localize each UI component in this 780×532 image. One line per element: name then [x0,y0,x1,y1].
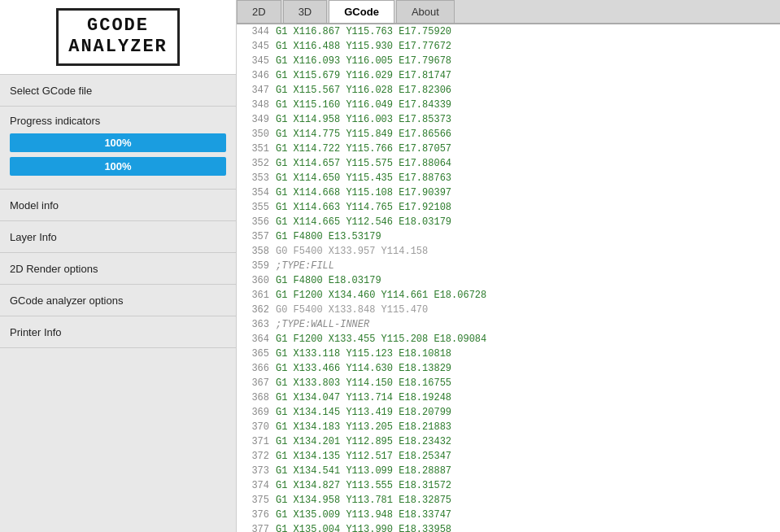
model-info-label: Model info [10,199,59,211]
line-number: 369 [240,405,269,420]
line-number: 346 [240,68,269,83]
line-number: 348 [240,98,269,112]
line-text: G1 X134.958 Y113.781 E18.32875 [276,493,451,508]
line-number: 371 [240,434,269,449]
gcode-line: 351G1 X114.722 Y115.766 E17.87057 [237,142,780,156]
sidebar-item-progress: Progress indicators 100% 100% [0,107,236,190]
sidebar-item-model-info[interactable]: Model info [0,190,236,221]
line-number: 353 [240,171,269,185]
line-text: G1 X116.093 Y116.005 E17.79678 [276,54,451,68]
line-number: 345 [240,39,269,54]
logo-line2: ANALYZER [68,37,168,58]
line-number: 350 [240,127,269,142]
line-number: 347 [240,83,269,98]
line-text: G1 X115.160 Y116.049 E17.84339 [276,98,451,112]
line-number: 351 [240,142,269,156]
gcode-line: 356G1 X114.665 Y112.546 E18.03179 [237,215,780,229]
line-number: 364 [240,332,269,347]
line-text: G1 X133.466 Y114.630 E18.13829 [276,361,451,376]
gcode-line: 365G1 X133.118 Y115.123 E18.10818 [237,347,780,361]
gcode-line: 376G1 X135.009 Y113.948 E18.33747 [237,508,780,522]
gcode-line: 355G1 X114.663 Y114.765 E17.92108 [237,200,780,215]
gcode-line: 350G1 X114.775 Y115.849 E17.86566 [237,127,780,142]
analyzer-options-label: GCode analyzer options [10,294,123,307]
sidebar-item-analyzer-options[interactable]: GCode analyzer options [0,285,236,316]
line-text: G1 X115.679 Y116.029 E17.81747 [276,68,451,83]
line-text: G1 X114.650 Y115.435 E17.88763 [276,171,451,185]
gcode-line: 372G1 X134.135 Y112.517 E18.25347 [237,449,780,464]
logo: GCODE ANALYZER [56,8,180,66]
gcode-line: 361G1 F1200 X134.460 Y114.661 E18.06728 [237,288,780,303]
line-text: G1 X135.004 Y113.990 E18.33958 [276,522,451,532]
line-text: G1 F1200 X134.460 Y114.661 E18.06728 [276,288,486,303]
line-text: G1 X134.145 Y113.419 E18.20799 [276,405,451,420]
line-number: 372 [240,449,269,464]
line-text: G1 F4800 E18.03179 [276,273,381,288]
gcode-line: 357G1 F4800 E13.53179 [237,229,780,244]
gcode-line: 358G0 F5400 X133.957 Y114.158 [237,244,780,259]
line-text: G1 X116.867 Y115.763 E17.75920 [276,24,451,39]
gcode-line: 360G1 F4800 E18.03179 [237,273,780,288]
sidebar: GCODE ANALYZER Select GCode file Progres… [0,0,237,532]
gcode-line: 352G1 X114.657 Y115.575 E17.88064 [237,156,780,171]
gcode-content[interactable]: 344G1 X116.867 Y115.763 E17.75920345G1 X… [237,24,780,532]
line-text: G0 F5400 X133.957 Y114.158 [276,244,428,259]
line-number: 345 [240,54,269,68]
gcode-line: 374G1 X134.827 Y113.555 E18.31572 [237,478,780,493]
line-number: 344 [240,24,269,39]
gcode-line: 368G1 X134.047 Y113.714 E18.19248 [237,390,780,405]
line-number: 354 [240,185,269,200]
line-text: ;TYPE:WALL-INNER [276,317,369,332]
line-number: 362 [240,303,269,317]
sidebar-item-layer-info[interactable]: Layer Info [0,221,236,253]
printer-info-label: Printer Info [10,326,62,338]
line-text: G0 F5400 X133.848 Y115.470 [276,303,428,317]
line-text: G1 X116.488 Y115.930 E17.77672 [276,39,451,54]
tab-2d[interactable]: 2D [237,0,281,23]
sidebar-item-printer-info[interactable]: Printer Info [0,316,236,348]
line-number: 370 [240,420,269,434]
line-number: 375 [240,493,269,508]
line-text: G1 X133.803 Y114.150 E18.16755 [276,376,451,390]
line-number: 360 [240,273,269,288]
progress-bar-1: 100% [10,133,226,152]
gcode-line: 370G1 X134.183 Y113.205 E18.21883 [237,420,780,434]
line-text: G1 X114.958 Y116.003 E17.85373 [276,112,451,127]
tab-about[interactable]: About [396,0,455,23]
render-options-label: 2D Render options [10,263,98,275]
layer-info-label: Layer Info [10,231,57,243]
line-number: 361 [240,288,269,303]
line-text: G1 X134.135 Y112.517 E18.25347 [276,449,451,464]
gcode-line: 375G1 X134.958 Y113.781 E18.32875 [237,493,780,508]
gcode-line: 345G1 X116.093 Y116.005 E17.79678 [237,54,780,68]
gcode-line: 348G1 X115.160 Y116.049 E17.84339 [237,98,780,112]
line-text: G1 X134.047 Y113.714 E18.19248 [276,390,451,405]
line-text: G1 X134.541 Y113.099 E18.28887 [276,464,451,478]
line-number: 373 [240,464,269,478]
gcode-line: 363;TYPE:WALL-INNER [237,317,780,332]
line-text: G1 X134.201 Y112.895 E18.23432 [276,434,451,449]
line-text: G1 X114.722 Y115.766 E17.87057 [276,142,451,156]
tab-3d[interactable]: 3D [283,0,328,23]
gcode-line: 359;TYPE:FILL [237,259,780,273]
gcode-line: 346G1 X115.679 Y116.029 E17.81747 [237,68,780,83]
gcode-line: 344G1 X116.867 Y115.763 E17.75920 [237,24,780,39]
sidebar-item-render-options[interactable]: 2D Render options [0,253,236,285]
gcode-line: 345G1 X116.488 Y115.930 E17.77672 [237,39,780,54]
select-file-label: Select GCode file [10,85,92,97]
line-text: G1 X114.775 Y115.849 E17.86566 [276,127,451,142]
line-number: 357 [240,229,269,244]
gcode-line: 371G1 X134.201 Y112.895 E18.23432 [237,434,780,449]
line-number: 374 [240,478,269,493]
gcode-line: 354G1 X114.668 Y115.108 E17.90397 [237,185,780,200]
tab-bar: 2D 3D GCode About [237,0,780,24]
line-text: G1 X114.657 Y115.575 E17.88064 [276,156,451,171]
line-number: 377 [240,522,269,532]
line-text: G1 X114.665 Y112.546 E18.03179 [276,215,451,229]
line-number: 358 [240,244,269,259]
main-content: 2D 3D GCode About 344G1 X116.867 Y115.76… [237,0,780,532]
gcode-line: 369G1 X134.145 Y113.419 E18.20799 [237,405,780,420]
line-text: G1 X134.183 Y113.205 E18.21883 [276,420,451,434]
tab-gcode[interactable]: GCode [329,0,394,23]
sidebar-item-select-file[interactable]: Select GCode file [0,75,236,107]
